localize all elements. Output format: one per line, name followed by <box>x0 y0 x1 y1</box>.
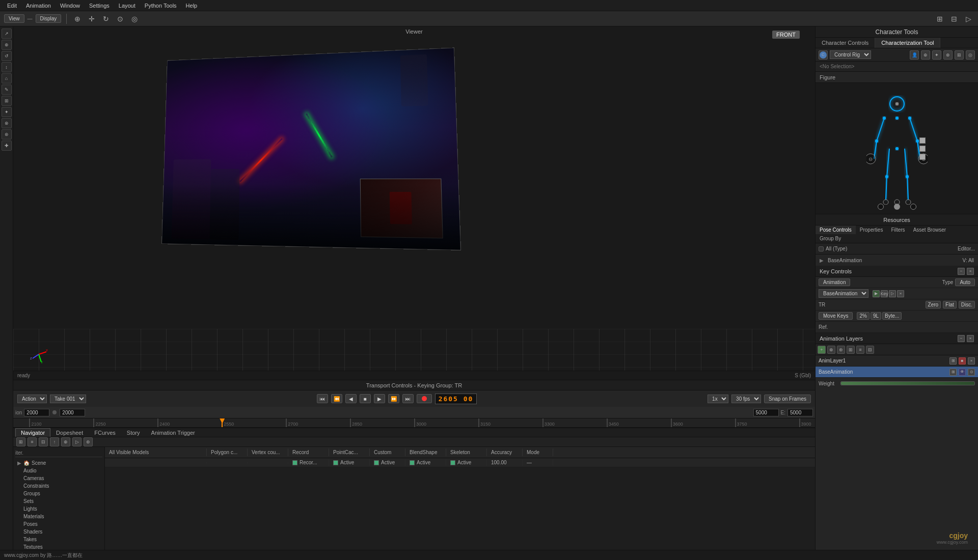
bottom-circle-3[interactable] <box>910 204 916 210</box>
nav-audio[interactable]: Audio <box>15 467 102 474</box>
snap-icon[interactable]: ⊞ <box>934 13 945 24</box>
tab-navigator[interactable]: Navigator <box>15 428 50 437</box>
nav-cameras[interactable]: Cameras <box>15 474 102 482</box>
ds-custom-checkbox[interactable] <box>374 460 379 465</box>
timeline-playhead[interactable] <box>222 418 223 427</box>
swatch-1[interactable] <box>919 137 926 144</box>
timeline-ruler[interactable]: 2100 2250 2400 2550 2700 2850 3000 3150 … <box>13 418 815 427</box>
res-tab-asset[interactable]: Asset Browser <box>909 226 950 234</box>
stop-button[interactable]: ■ <box>360 394 371 403</box>
nav-poses[interactable]: Poses <box>15 520 102 528</box>
base-anim-arrow[interactable]: ▶ <box>820 258 824 263</box>
al-row2-btn3[interactable]: ⊙ <box>968 369 975 376</box>
al-row1-btn1[interactable]: ⊞ <box>949 357 957 365</box>
tab-animation-trigger[interactable]: Animation Trigger <box>146 428 201 437</box>
menu-settings[interactable]: Settings <box>85 2 114 10</box>
al-tool-2[interactable]: ⊕ <box>827 346 835 354</box>
nav-shaders[interactable]: Shaders <box>15 528 102 536</box>
goto-start-button[interactable]: ⏮ <box>317 394 328 403</box>
char-icon-3[interactable]: ✦ <box>932 50 941 60</box>
figure-tab[interactable]: Figure <box>816 72 978 83</box>
ds-custom-val[interactable]: Active <box>370 459 405 466</box>
res-tab-group[interactable]: Group By <box>816 234 845 243</box>
tab-char-controls[interactable]: Character Controls <box>816 38 875 48</box>
viewport-3d[interactable]: X Y Z FRONT Viewer Producer Perspective … <box>13 26 815 380</box>
res-filter-check[interactable] <box>819 246 824 251</box>
kc-next-btn[interactable]: ▷ <box>889 290 896 297</box>
snap-button[interactable]: Snap on Frames <box>764 395 811 403</box>
grid-icon[interactable]: ⊟ <box>948 13 960 24</box>
bottom-tool-3[interactable]: ⊟ <box>39 437 48 446</box>
kc-close[interactable]: × <box>967 268 974 275</box>
action-select[interactable]: Action <box>17 395 47 403</box>
fps-select[interactable]: 30 fps <box>731 395 761 403</box>
record-button[interactable] <box>417 394 432 403</box>
res-tab-filters[interactable]: Filters <box>887 226 909 234</box>
nav-takes[interactable]: Takes <box>15 536 102 543</box>
char-icon-5[interactable]: ⊞ <box>955 50 964 60</box>
tab-dopesheet[interactable]: Dopesheet <box>50 428 89 437</box>
kc-zero-btn[interactable]: Zero <box>926 301 941 309</box>
goto-end-button[interactable]: ⏭ <box>402 394 414 403</box>
kc-end-btn[interactable]: × <box>897 290 904 297</box>
nav-scene[interactable]: ▶ 🏠 Scene <box>15 459 102 467</box>
sidebar-icon-11[interactable]: ✚ <box>2 141 12 151</box>
menu-layout[interactable]: Layout <box>115 2 140 10</box>
view-button[interactable]: View <box>4 14 24 23</box>
al-row2-btn2[interactable]: 👁 <box>959 369 966 376</box>
weight-slider[interactable] <box>840 381 975 385</box>
kc-animation-btn[interactable]: Animation <box>819 278 850 286</box>
bottom-tool-4[interactable]: ↑ <box>50 437 59 446</box>
sidebar-icon-2[interactable]: ⊕ <box>2 40 12 50</box>
tab-story[interactable]: Story <box>121 428 146 437</box>
sidebar-icon-4[interactable]: ↕ <box>2 62 12 72</box>
kc-minimize[interactable]: − <box>958 268 965 275</box>
res-tab-properties[interactable]: Properties <box>856 226 887 234</box>
kc-base-select[interactable]: BaseAnimation <box>819 289 868 298</box>
play-button[interactable]: ▶ <box>374 394 385 403</box>
bottom-tool-5[interactable]: ⊕ <box>61 437 70 446</box>
bottom-tool-1[interactable]: ⊞ <box>16 437 25 446</box>
kc-flat-btn[interactable]: Flat <box>943 301 957 309</box>
rotate-tool-icon[interactable]: ↻ <box>100 13 112 24</box>
start-time-field[interactable] <box>24 409 49 416</box>
move-tool-icon[interactable]: ✛ <box>86 13 97 24</box>
kc-move-keys-btn[interactable]: Move Keys <box>819 312 853 320</box>
al-add-btn[interactable]: + <box>818 346 826 354</box>
swatch-3[interactable] <box>919 154 926 160</box>
nav-sets[interactable]: Sets <box>15 497 102 505</box>
bottom-tool-2[interactable]: ≡ <box>28 437 37 446</box>
e-end-field[interactable] <box>787 409 813 416</box>
al-row1-btn3[interactable]: × <box>968 357 975 365</box>
bottom-tool-6[interactable]: ▷ <box>72 437 82 446</box>
bottom-circle-2[interactable] <box>894 204 900 210</box>
al-tool-5[interactable]: ≡ <box>856 346 864 354</box>
char-icon-4[interactable]: ⊗ <box>943 50 953 60</box>
sidebar-icon-5[interactable]: ⌂ <box>2 73 12 83</box>
nav-constraints[interactable]: Constraints <box>15 482 102 490</box>
kc-move-3[interactable]: Byte... <box>882 312 902 320</box>
menu-window[interactable]: Window <box>56 2 84 10</box>
kc-move-2[interactable]: 9L <box>871 312 881 320</box>
nav-materials[interactable]: Materials <box>15 513 102 520</box>
al-minimize[interactable]: − <box>958 335 965 342</box>
kc-disc-btn[interactable]: Disc. <box>959 301 975 309</box>
ds-record-checkbox[interactable] <box>292 460 297 465</box>
menu-help[interactable]: Help <box>182 2 202 10</box>
end-time-field[interactable] <box>60 409 85 416</box>
sidebar-icon-7[interactable]: ⊞ <box>2 96 12 106</box>
take-select[interactable]: Take 001 <box>50 395 86 403</box>
nav-lights[interactable]: Lights <box>15 505 102 513</box>
char-icon-2[interactable]: ⊕ <box>921 50 930 60</box>
sidebar-icon-8[interactable]: ✦ <box>2 107 12 117</box>
kc-move-1[interactable]: 2% <box>857 312 869 320</box>
play-back-button[interactable]: ◀ <box>345 394 357 403</box>
kc-auto-btn[interactable]: Auto <box>955 278 975 286</box>
res-tab-pose[interactable]: Pose Controls <box>816 226 856 234</box>
ds-skeleton-val[interactable]: Active <box>446 459 487 466</box>
select-tool-icon[interactable]: ⊕ <box>72 13 83 24</box>
tab-char-tool[interactable]: Characterization Tool <box>875 38 940 48</box>
menu-python-tools[interactable]: Python Tools <box>141 2 181 10</box>
ds-blendshape-val[interactable]: Active <box>405 459 446 466</box>
menu-animation[interactable]: Animation <box>22 2 55 10</box>
